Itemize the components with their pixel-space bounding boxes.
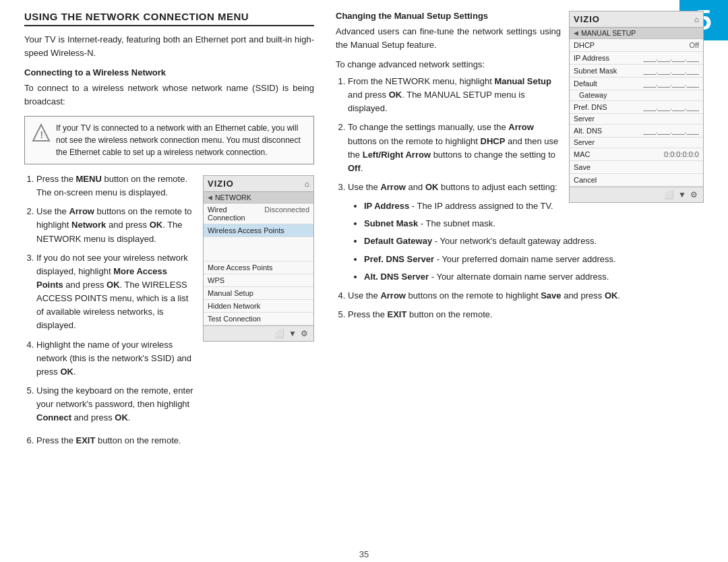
network-empty-space xyxy=(204,237,313,261)
wireless-steps: Press the MENU button on the remote. The… xyxy=(24,173,195,425)
manual-alt-dns: Alt. DNS ___.___.___.___ xyxy=(570,125,703,137)
manual-dhcp: DHCP Off xyxy=(570,39,703,52)
gateway-value: ___.___.___.___ xyxy=(643,80,699,88)
vizio-logo: VIZIO xyxy=(208,179,234,189)
save-label: Save xyxy=(574,163,590,171)
manual-vizio-logo: VIZIO xyxy=(574,14,600,24)
warning-icon: ! xyxy=(32,123,51,142)
manual-nav-label: MANUAL SETUP xyxy=(581,29,636,37)
subnet-value: ___.___.___.___ xyxy=(643,67,699,75)
wireless-intro: To connect to a wireless network whose n… xyxy=(24,82,314,108)
svg-text:!: ! xyxy=(40,129,44,140)
alt-dns-cont: Server xyxy=(570,137,703,148)
network-item-hidden: Hidden Network xyxy=(204,300,313,313)
hidden-network-label: Hidden Network xyxy=(208,302,260,310)
left-column: USING THE NETWORK CONNECTION MENU Your T… xyxy=(24,11,314,454)
pref-dns-cont: Server xyxy=(570,114,703,125)
gear-icon: ⚙ xyxy=(301,329,308,338)
subnet-mask-item: Subnet Mask - The subnet mask. xyxy=(364,217,704,230)
dhcp-value: Off xyxy=(690,41,699,49)
more-access-label: More Access Points xyxy=(208,263,273,272)
dhcp-label: DHCP xyxy=(574,41,595,49)
network-item-wireless: Wireless Access Points xyxy=(204,224,313,237)
settings-list: IP Address - The IP address assigned to … xyxy=(352,199,704,284)
ip-label: IP Address xyxy=(574,54,609,62)
alt-dns-value: ___.___.___.___ xyxy=(643,127,699,135)
wired-value: Disconnected xyxy=(264,206,309,222)
network-item-wired: Wired Connection Disconnected xyxy=(204,204,313,224)
manual-gateway: Default ___.___.___.___ xyxy=(570,77,703,90)
manual-setup-screen-mockup: VIZIO ⌂ ◀ MANUAL SETUP DHCP Off IP Addre… xyxy=(569,11,704,203)
home-icon: ⌂ xyxy=(305,179,309,189)
manual-subnet: Subnet Mask ___.___.___.___ xyxy=(570,65,703,77)
page-number-bottom: 35 xyxy=(359,549,369,559)
manual-pref-dns: Pref. DNS ___.___.___.___ xyxy=(570,101,703,114)
manual-ip: IP Address ___.___.___.___ xyxy=(570,52,703,65)
intro-text: Your TV is Internet-ready, featuring bot… xyxy=(24,33,314,59)
section-title: USING THE NETWORK CONNECTION MENU xyxy=(24,11,314,26)
gateway-cont: Gateway xyxy=(570,90,703,101)
manual-nav-arrow: ◀ xyxy=(574,30,578,36)
gateway-label: Default xyxy=(574,80,597,88)
wireless-label: Wireless Access Points xyxy=(208,226,284,235)
manual-step-5: Press the EXIT button on the remote. xyxy=(348,308,704,321)
manual-screen-footer: ⬜ ▼ ⚙ xyxy=(570,187,703,202)
network-item-manual: Manual Setup xyxy=(204,287,313,300)
network-item-test: Test Connection xyxy=(204,313,313,325)
test-connection-label: Test Connection xyxy=(208,315,261,323)
vizio-network-screen: VIZIO ⌂ ◀ NETWORK Wired Connection Disco… xyxy=(203,175,314,342)
step-1: Press the MENU button on the remote. The… xyxy=(36,173,195,199)
cancel-label: Cancel xyxy=(574,176,597,184)
screen-icon: ⬜ xyxy=(274,329,284,338)
steps-section: Press the MENU button on the remote. The… xyxy=(24,173,314,430)
vizio-header: VIZIO ⌂ xyxy=(204,176,313,192)
step-5: Using the keyboard on the remote, enter … xyxy=(36,384,195,425)
alt-dns-item: Alt. DNS Server - Your alternate domain … xyxy=(364,270,704,284)
manual-cancel: Cancel xyxy=(570,174,703,187)
pref-dns-label: Pref. DNS xyxy=(574,103,607,111)
wired-label: Wired Connection xyxy=(208,206,264,222)
alt-dns-label: Alt. DNS xyxy=(574,127,602,135)
warning-text: If your TV is connected to a network wit… xyxy=(56,122,307,158)
ip-value: ___.___.___.___ xyxy=(643,54,699,62)
manual-down-icon: ▼ xyxy=(678,190,686,199)
network-screen-footer: ⬜ ▼ ⚙ xyxy=(204,325,313,341)
steps-list: Press the MENU button on the remote. The… xyxy=(24,173,195,430)
network-item-wps: WPS xyxy=(204,274,313,287)
down-icon: ▼ xyxy=(289,329,297,338)
wireless-subheading: Connecting to a Wireless Network xyxy=(24,67,314,77)
manual-home-icon: ⌂ xyxy=(694,15,699,24)
manual-save: Save xyxy=(570,161,703,174)
manual-setup-label: Manual Setup xyxy=(208,289,253,297)
pref-dns-item: Pref. DNS Server - Your preferred domain… xyxy=(364,253,704,266)
manual-steps-4-5: Use the Arrow buttons on the remote to h… xyxy=(336,289,704,321)
network-nav-label: NETWORK xyxy=(215,193,251,201)
nav-arrow-icon: ◀ xyxy=(208,194,212,201)
step-6-list: Press the EXIT button on the remote. xyxy=(24,434,314,447)
step-3: If you do not see your wireless network … xyxy=(36,251,195,333)
manual-nav-row: ◀ MANUAL SETUP xyxy=(570,28,703,39)
manual-gear-icon: ⚙ xyxy=(690,190,698,199)
manual-step-4: Use the Arrow buttons on the remote to h… xyxy=(348,289,704,303)
right-column: VIZIO ⌂ ◀ MANUAL SETUP DHCP Off IP Addre… xyxy=(336,11,704,454)
pref-dns-value: ___.___.___.___ xyxy=(643,103,699,111)
wps-label: WPS xyxy=(208,276,224,284)
step-4: Highlight the name of your wireless netw… xyxy=(36,338,195,379)
manual-screen-icon: ⬜ xyxy=(664,190,674,199)
manual-vizio-header: VIZIO ⌂ xyxy=(570,11,703,28)
manual-mac: MAC 0:0:0:0:0:0 xyxy=(570,148,703,161)
network-screen-mockup: VIZIO ⌂ ◀ NETWORK Wired Connection Disco… xyxy=(203,175,314,342)
warning-box: ! If your TV is connected to a network w… xyxy=(24,116,314,164)
step-2: Use the Arrow buttons on the remote to h… xyxy=(36,205,195,245)
mac-value: 0:0:0:0:0:0 xyxy=(664,150,699,158)
default-gateway-item: Default Gateway - Your network's default… xyxy=(364,235,704,248)
network-nav-row: ◀ NETWORK xyxy=(204,192,313,204)
network-item-more: More Access Points xyxy=(204,261,313,274)
step-6: Press the EXIT button on the remote. xyxy=(36,434,314,447)
mac-label: MAC xyxy=(574,150,590,158)
subnet-label: Subnet Mask xyxy=(574,67,617,75)
